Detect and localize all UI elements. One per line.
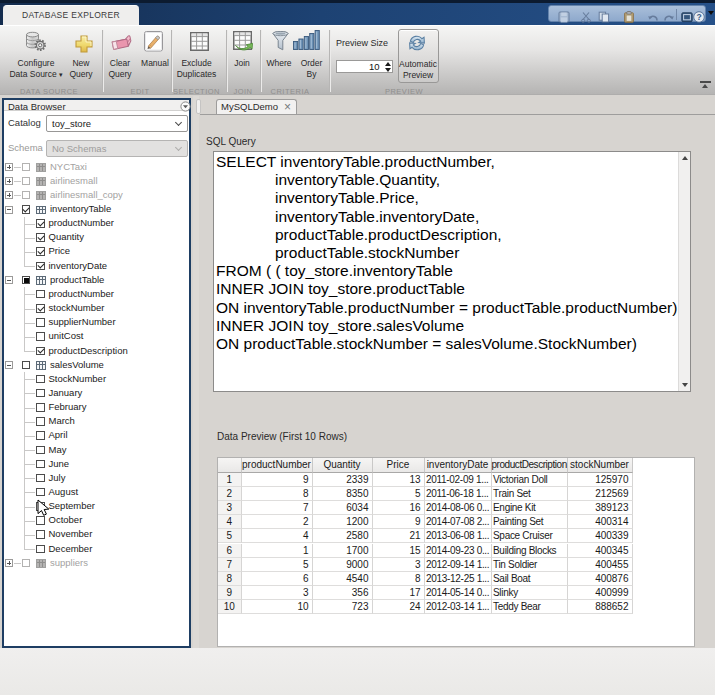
- svg-text:?: ?: [696, 12, 701, 22]
